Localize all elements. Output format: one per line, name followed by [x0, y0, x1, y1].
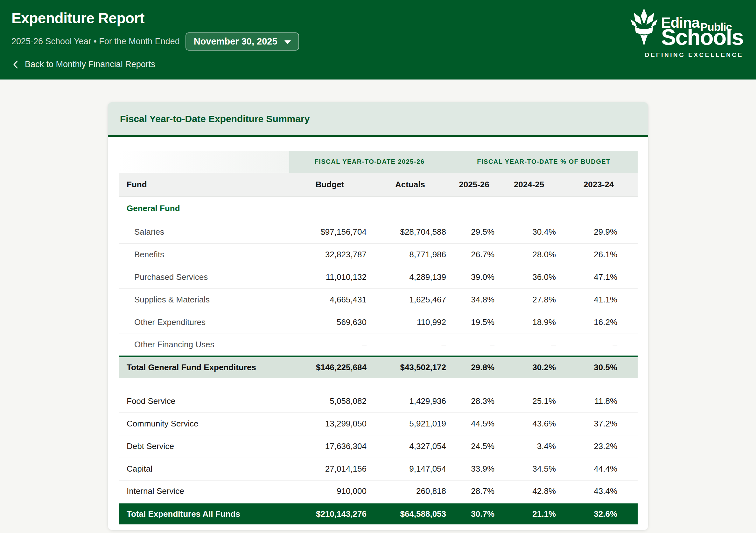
summary-card-title: Fiscal Year-to-Date Expenditure Summary: [120, 114, 636, 124]
value-cell: 11,010,132: [289, 266, 370, 289]
value-cell: 27,014,156: [289, 458, 370, 480]
expenditure-table: FISCAL YEAR-TO-DATE 2025-26 FISCAL YEAR-…: [119, 151, 638, 524]
expenditure-table-container: FISCAL YEAR-TO-DATE 2025-26 FISCAL YEAR-…: [108, 137, 648, 524]
fund-cell: Supplies & Materials: [119, 289, 289, 311]
month-selector-dropdown[interactable]: November 30, 2025: [185, 33, 299, 51]
value-cell: 28.0%: [498, 243, 560, 266]
value-cell: –: [370, 334, 450, 356]
value-cell: 26.1%: [560, 243, 638, 266]
spacer-cell: [119, 378, 638, 390]
value-cell: 11.8%: [560, 390, 638, 413]
value-cell: 30.2%: [498, 356, 560, 378]
chevron-down-icon: [284, 40, 291, 44]
value-cell: $146,225,684: [289, 356, 370, 378]
fund-cell: Total Expenditures All Funds: [119, 503, 289, 524]
value-cell: $28,704,588: [370, 221, 450, 243]
value-cell: 44.5%: [450, 413, 498, 435]
value-cell: –: [560, 334, 638, 356]
fund-cell: Purchased Services: [119, 266, 289, 289]
table-row-total: Total General Fund Expenditures$146,225,…: [119, 356, 638, 378]
value-cell: 8,771,986: [370, 243, 450, 266]
value-cell: –: [498, 334, 560, 356]
back-link[interactable]: Back to Monthly Financial Reports: [12, 60, 155, 69]
card-footer: [108, 524, 648, 530]
value-cell: 110,992: [370, 311, 450, 334]
table-row-item: Benefits32,823,7878,771,98626.7%28.0%26.…: [119, 243, 638, 266]
logo-word-schools: Schools: [661, 26, 743, 48]
value-cell: $210,143,276: [289, 503, 370, 524]
table-row-grand_total: Total Expenditures All Funds$210,143,276…: [119, 503, 638, 524]
column-header-row: Fund Budget Actuals 2025-26 2024-25 2023…: [119, 173, 638, 196]
value-cell: 4,289,139: [370, 266, 450, 289]
column-header-fund: Fund: [119, 173, 289, 196]
table-row-fund: Community Service13,299,0505,921,01944.5…: [119, 413, 638, 435]
value-cell: 13,299,050: [289, 413, 370, 435]
value-cell: 5,058,082: [289, 390, 370, 413]
table-row-fund: Capital27,014,1569,147,05433.9%34.5%44.4…: [119, 458, 638, 480]
value-cell: 18.9%: [498, 311, 560, 334]
fund-cell: Salaries: [119, 221, 289, 243]
value-cell: 36.0%: [498, 266, 560, 289]
value-cell: –: [289, 334, 370, 356]
district-logo: Edina Public Schools DEFINING EXCELLENCE: [629, 8, 743, 59]
group-header-pct-of-budget: FISCAL YEAR-TO-DATE % OF BUDGET: [450, 151, 638, 173]
value-cell: 25.1%: [498, 390, 560, 413]
column-header-2023-24: 2023-24: [560, 173, 638, 196]
fund-cell: Food Service: [119, 390, 289, 413]
group-header-ytd: FISCAL YEAR-TO-DATE 2025-26: [289, 151, 450, 173]
value-cell: 34.8%: [450, 289, 498, 311]
value-cell: 569,630: [289, 311, 370, 334]
value-cell: 29.5%: [450, 221, 498, 243]
value-cell: 260,818: [370, 480, 450, 503]
value-cell: 34.5%: [498, 458, 560, 480]
section-label: General Fund: [119, 196, 638, 221]
value-cell: 32.6%: [560, 503, 638, 524]
value-cell: –: [450, 334, 498, 356]
value-cell: 21.1%: [498, 503, 560, 524]
value-cell: 16.2%: [560, 311, 638, 334]
value-cell: 43.4%: [560, 480, 638, 503]
column-header-2025-26: 2025-26: [450, 173, 498, 196]
value-cell: 30.7%: [450, 503, 498, 524]
value-cell: 43.6%: [498, 413, 560, 435]
value-cell: 24.5%: [450, 435, 498, 458]
fund-cell: Total General Fund Expenditures: [119, 356, 289, 378]
value-cell: 23.2%: [560, 435, 638, 458]
value-cell: 19.5%: [450, 311, 498, 334]
value-cell: 1,429,936: [370, 390, 450, 413]
table-row-fund: Food Service5,058,0821,429,93628.3%25.1%…: [119, 390, 638, 413]
fund-cell: Debt Service: [119, 435, 289, 458]
value-cell: 4,327,054: [370, 435, 450, 458]
value-cell: 5,921,019: [370, 413, 450, 435]
fund-cell: Internal Service: [119, 480, 289, 503]
value-cell: 17,636,304: [289, 435, 370, 458]
value-cell: 29.9%: [560, 221, 638, 243]
value-cell: 28.3%: [450, 390, 498, 413]
table-row-item: Purchased Services11,010,1324,289,13939.…: [119, 266, 638, 289]
value-cell: 42.8%: [498, 480, 560, 503]
value-cell: $43,502,172: [370, 356, 450, 378]
value-cell: $97,156,704: [289, 221, 370, 243]
table-row-item: Supplies & Materials4,665,4311,625,46734…: [119, 289, 638, 311]
group-header-spacer: [119, 151, 289, 173]
table-row-spacer: [119, 378, 638, 390]
back-link-label: Back to Monthly Financial Reports: [25, 60, 155, 69]
chevron-left-icon: [12, 60, 20, 69]
logo-tagline: DEFINING EXCELLENCE: [645, 52, 743, 59]
table-row-item: Other Expenditures569,630110,99219.5%18.…: [119, 311, 638, 334]
value-cell: 28.7%: [450, 480, 498, 503]
value-cell: $64,588,053: [370, 503, 450, 524]
summary-card-header: Fiscal Year-to-Date Expenditure Summary: [108, 102, 648, 137]
fund-cell: Other Financing Uses: [119, 334, 289, 356]
column-header-actuals: Actuals: [370, 173, 450, 196]
fund-cell: Capital: [119, 458, 289, 480]
value-cell: 39.0%: [450, 266, 498, 289]
main-content: Fiscal Year-to-Date Expenditure Summary …: [0, 80, 756, 530]
value-cell: 3.4%: [498, 435, 560, 458]
table-row-item: Other Financing Uses–––––: [119, 334, 638, 356]
value-cell: 4,665,431: [289, 289, 370, 311]
value-cell: 26.7%: [450, 243, 498, 266]
value-cell: 32,823,787: [289, 243, 370, 266]
value-cell: 27.8%: [498, 289, 560, 311]
fund-cell: Other Expenditures: [119, 311, 289, 334]
